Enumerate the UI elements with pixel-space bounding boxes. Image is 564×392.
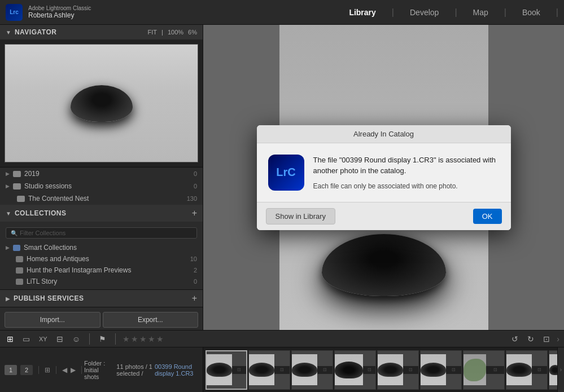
collection-smart[interactable]: ▶ Smart Collections: [0, 242, 203, 253]
dialog-body: LrC The file "00399 Round display 1.CR3"…: [257, 143, 511, 202]
publish-triangle: ▶: [6, 296, 10, 302]
face-detection-button[interactable]: ☺: [70, 333, 82, 345]
publish-services-header[interactable]: ▶ Publish Services +: [0, 290, 203, 307]
folder-arrow: ▶: [6, 171, 10, 177]
collection-homes[interactable]: Homes and Antiques 10: [0, 253, 203, 265]
publish-services-section: ▶ Publish Services +: [0, 290, 203, 307]
dialog-sub-text: Each file can only be associated with on…: [313, 182, 500, 190]
folder-icon: [13, 183, 21, 190]
search-icon: 🔍: [11, 230, 18, 236]
folder-count: 130: [187, 195, 197, 202]
collection-name: Smart Collections: [24, 244, 77, 252]
survey-view-button[interactable]: ⊟: [54, 333, 65, 345]
folder-name: The Contented Nest: [28, 195, 89, 202]
ok-button[interactable]: OK: [473, 209, 502, 224]
collection-folder-icon: [16, 267, 23, 274]
folder-count: 0: [194, 183, 197, 190]
nav-library[interactable]: Library: [344, 6, 380, 19]
toolbar-expand-button[interactable]: ›: [557, 334, 559, 343]
collections-search[interactable]: 🔍 Filter Collections: [6, 227, 197, 239]
zoom-100[interactable]: 100%: [168, 29, 183, 36]
filmstrip-thumb-3[interactable]: ⊡: [291, 350, 333, 390]
filmstrip-thumb-8[interactable]: ⊡: [506, 350, 548, 390]
collections-triangle: ▼: [6, 210, 11, 217]
right-panel-collapse[interactable]: ›: [557, 347, 564, 392]
crop-button[interactable]: ⊡: [541, 333, 552, 345]
folder-item-contented[interactable]: The Contented Nest 130: [0, 192, 203, 205]
nav-book[interactable]: Book: [518, 6, 545, 19]
thumb-object: [292, 363, 317, 377]
strip-next[interactable]: ▶: [71, 366, 76, 374]
zoom-6[interactable]: 6%: [188, 29, 197, 36]
strip-grid-icon[interactable]: ⊞: [45, 366, 50, 374]
star-5[interactable]: ★: [156, 334, 164, 343]
add-collection-button[interactable]: +: [192, 208, 197, 218]
collections-content: 🔍 Filter Collections ▶ Smart Collections…: [0, 222, 203, 289]
star-2[interactable]: ★: [131, 334, 138, 343]
loupe-view-button[interactable]: ▭: [20, 333, 32, 345]
fit-label[interactable]: FIT: [148, 29, 158, 36]
filmstrip-thumb-2[interactable]: ⊡: [248, 350, 290, 390]
navigator-section: ▼ Navigator FIT | 100% 6%: [0, 25, 203, 168]
toolbar-divider: [115, 333, 116, 345]
filmstrip-thumb-4[interactable]: ⊡: [334, 350, 376, 390]
filmstrip-thumb-6[interactable]: ⊡: [420, 350, 462, 390]
app-info: Adobe Lightroom Classic Roberta Ashley: [28, 5, 91, 19]
rotate-left-button[interactable]: ↺: [509, 333, 521, 345]
thumb-object: [249, 363, 274, 377]
collection-litl[interactable]: LiTL Story 0: [0, 276, 203, 287]
publish-services-title: Publish Services: [14, 294, 84, 302]
page-1-button[interactable]: 1: [5, 365, 17, 375]
already-in-catalog-dialog: Already In Catalog LrC The file "00399 R…: [257, 125, 511, 230]
file-name-link[interactable]: 00399 Round display 1.CR3: [155, 363, 198, 377]
show-in-library-button[interactable]: Show in Library: [266, 208, 336, 224]
top-nav: Library | Develop | Map | Book |: [344, 6, 558, 19]
left-panel: ▼ Navigator FIT | 100% 6%: [0, 25, 203, 330]
strip-prev[interactable]: ◀: [62, 366, 67, 374]
collection-count: 2: [194, 267, 197, 274]
collections-header[interactable]: ▼ Collections +: [0, 205, 203, 222]
nav-develop[interactable]: Develop: [405, 6, 443, 19]
star-4[interactable]: ★: [148, 334, 155, 343]
main-photo-area: Already In Catalog LrC The file "00399 R…: [203, 25, 564, 330]
collection-arrow: ▶: [6, 245, 10, 250]
collection-count: 10: [190, 256, 197, 262]
folder-name: 2019: [24, 170, 40, 178]
collection-hunt[interactable]: Hunt the Pearl Instagram Previews 2: [0, 265, 203, 276]
filmstrip-thumb-1[interactable]: ⊡: [206, 350, 247, 390]
star-rating[interactable]: ★ ★ ★ ★ ★: [123, 334, 164, 343]
navigator-header[interactable]: ▼ Navigator FIT | 100% 6%: [0, 25, 203, 39]
filmstrip-thumb-5[interactable]: ⊡: [377, 350, 419, 390]
import-button[interactable]: Import...: [5, 312, 100, 328]
folder-item-studio[interactable]: ▶ Studio sessions 0: [0, 180, 203, 192]
grid-view-button[interactable]: ⊞: [5, 333, 16, 345]
strip-nav: 1 2 ⊞ ◀ ▶: [5, 365, 84, 375]
star-3[interactable]: ★: [139, 334, 147, 343]
thumb-object: [464, 359, 486, 381]
folder-label: Folder : Initial shots: [84, 360, 114, 380]
filmstrip-thumb-7[interactable]: ⊡: [463, 350, 505, 390]
toolbar-divider: [89, 333, 90, 345]
filmstrip-photos: ⊡ ⊡ ⊡ ⊡ ⊡: [203, 348, 557, 392]
star-1[interactable]: ★: [123, 334, 130, 343]
thumb-object: [549, 365, 557, 375]
folder-list: ▶ 2019 0 ▶ Studio sessions 0 The Content…: [0, 168, 203, 205]
export-button[interactable]: Export...: [103, 312, 199, 328]
dialog-footer: Show in Library OK: [257, 202, 511, 230]
folder-item-2019[interactable]: ▶ 2019 0: [0, 168, 203, 180]
flag-button[interactable]: ⚑: [97, 333, 108, 345]
folder-name: Studio sessions: [24, 182, 72, 190]
page-2-button[interactable]: 2: [20, 365, 33, 375]
compare-view-button[interactable]: XY: [37, 334, 50, 343]
collection-folder-icon: [16, 279, 23, 285]
add-publish-button[interactable]: +: [192, 293, 197, 303]
nav-map[interactable]: Map: [469, 6, 493, 19]
collection-name: Homes and Antiques: [27, 255, 89, 263]
rotate-right-button[interactable]: ↻: [525, 333, 536, 345]
thumb-object: [506, 363, 532, 377]
thumb-object: [335, 362, 363, 378]
folder-count: 0: [194, 170, 197, 177]
filmstrip-thumb-9[interactable]: ⊡: [549, 350, 557, 390]
navigator-title: Navigator: [15, 28, 57, 36]
collections-title: Collections: [15, 209, 67, 217]
